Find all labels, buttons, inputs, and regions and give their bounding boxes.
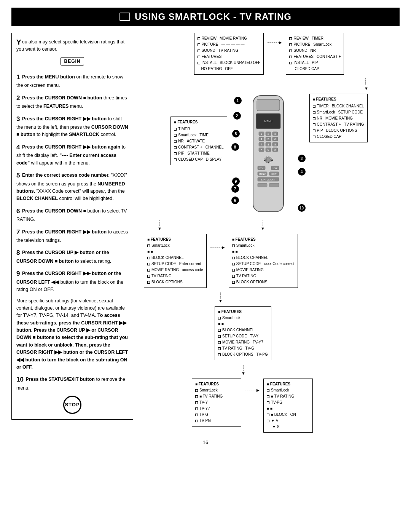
- menu-item: BLOCK OPTIONS: [232, 279, 295, 285]
- menu-item: CONTRAST + CHANNEL: [174, 144, 223, 150]
- bullet: [232, 263, 235, 265]
- bullet: [313, 111, 315, 114]
- menu-box-4: ■ FEATURES TIMER BLOCK CHANNEL SmartLock…: [309, 94, 368, 142]
- menu-item: FEATURES — — — — —: [198, 54, 261, 60]
- menu-item: ■ BLOCK ON: [267, 412, 309, 418]
- menu-item: CONTRAST + TV RATING: [313, 121, 364, 128]
- bullet: [195, 414, 198, 416]
- svg-text:9: 9: [274, 143, 276, 146]
- down-arrow-1: [139, 78, 400, 85]
- begin-button[interactable]: BEGIN: [61, 57, 84, 66]
- step-2: 2 Press the CURSOR DOWN ■ button three t…: [16, 93, 128, 110]
- box7-title: ■ FEATURES: [218, 309, 268, 315]
- bullet: [313, 129, 315, 132]
- svg-rect-48: [269, 183, 279, 187]
- menu-item: BLOCK OPTIONS: [147, 279, 203, 285]
- svg-text:VOL: VOL: [259, 167, 264, 169]
- menu-box-1: REVIEW MOVIE RATING PICTURE — — — — — SO…: [194, 33, 264, 75]
- menu-item: BLOCK CHANNEL: [218, 327, 268, 333]
- bullet: [289, 56, 292, 58]
- bullet: [267, 395, 269, 398]
- down-arrows-row3: ▼: [139, 365, 400, 375]
- step-9-num: 9: [16, 270, 20, 277]
- step-badge-8: 8: [231, 143, 239, 151]
- svg-text:6: 6: [274, 138, 276, 141]
- bullet: [147, 257, 150, 259]
- svg-text:EXIT: EXIT: [271, 173, 277, 175]
- bullet: [289, 43, 292, 46]
- step-badge-4: 4: [298, 168, 306, 176]
- sub-ratings-text: More specific sub-ratings (for violence,…: [16, 297, 128, 371]
- menu-item: TIMER: [174, 126, 223, 132]
- menu-item: ▼ V: [267, 418, 309, 424]
- svg-text:2: 2: [268, 133, 269, 135]
- bullet: [267, 401, 269, 404]
- h-arrow-bottom: ▶: [245, 379, 260, 392]
- remote-row: ■ FEATURES TIMER SmartLock TIME NR: [139, 94, 400, 216]
- tv-icon: [119, 13, 130, 21]
- menu-item: CLOSED CAP: [313, 134, 364, 140]
- step-8-text: Press the CURSOR UP ▶ button or the CURS…: [16, 250, 111, 264]
- stop-icon: STOP: [63, 396, 81, 414]
- menu-item: INSTALL BLOCK UNRATED OFF: [198, 60, 261, 66]
- menu-item: ■ TV RATING: [195, 393, 238, 399]
- bullet: [313, 123, 315, 126]
- step-6-text: Press the CURSOR DOWN ■ button to select…: [16, 208, 127, 222]
- menu-item: ■ ■: [147, 249, 203, 255]
- bullet: [267, 414, 269, 416]
- menu-item: SmartLock: [232, 243, 295, 249]
- step-5: 5 Enter the correct access code number. …: [16, 171, 128, 203]
- bullet: [232, 275, 235, 278]
- step-4-text: Press the CURSOR RIGHT ▶▶ button again t…: [16, 144, 126, 166]
- bullet: [147, 244, 150, 247]
- main-layout: Y ou also may select specific television…: [11, 33, 400, 433]
- bullet: [289, 37, 292, 40]
- page-number: 16: [11, 439, 400, 445]
- svg-text:7: 7: [261, 143, 262, 146]
- remote-svg: MENU 1 2 3 4 5 6: [230, 94, 306, 216]
- step-6-num: 6: [16, 208, 20, 215]
- sub-ratings-body: More specific sub-ratings (for violence,…: [16, 298, 128, 370]
- svg-text:MENU: MENU: [264, 120, 272, 123]
- bullet: [147, 263, 150, 265]
- menu-item: ■ ■: [232, 249, 295, 255]
- svg-text:*: *: [261, 149, 262, 151]
- step-10-text: Press the STATUS/EXIT button to remove t…: [16, 377, 125, 390]
- step-3-num: 3: [16, 115, 20, 123]
- bullet: [174, 158, 177, 161]
- menu-item: TV-Y7: [195, 406, 238, 412]
- remote-control: MENU 1 2 3 4 5 6: [230, 94, 306, 216]
- svg-rect-47: [258, 183, 267, 187]
- h-arrow: ▶: [210, 234, 225, 249]
- menu-item: NR MOVIE RATING: [313, 115, 364, 121]
- menu-item: TV RATING: [147, 273, 203, 279]
- page-header: Using SmartLock - TV Rating: [11, 8, 400, 26]
- menu-item: CLOSED CAP: [289, 66, 341, 72]
- menu-box-6: ■ FEATURES SmartLock ■ ■ BLOCK CHANNEL: [229, 234, 298, 288]
- menu-item: TIMER BLOCK CHANNEL: [313, 103, 364, 109]
- menu-item: SmartLock: [147, 243, 203, 249]
- step-9-text: Press the CURSOR RIGHT ▶▶ button or the …: [16, 271, 123, 292]
- intro-text: Y ou also may select specific television…: [16, 38, 128, 53]
- svg-text:CH: CH: [273, 167, 277, 169]
- bullet: [232, 244, 235, 247]
- menu-box-8-right: ■ FEATURES SmartLock ■ TV RATING TV-PG: [263, 379, 313, 433]
- menu-item: PICTURE — — — — —: [198, 42, 261, 48]
- step-8-num: 8: [16, 249, 20, 256]
- menu-item: TV-PG: [267, 399, 309, 406]
- menu-item: SOUND NR: [289, 48, 341, 54]
- step-2-num: 2: [16, 94, 20, 102]
- menu-box-3: ■ FEATURES TIMER SmartLock TIME NR: [170, 117, 227, 165]
- step-1: 1 Press the MENU button on the remote to…: [16, 72, 128, 89]
- step-5-num: 5: [16, 172, 20, 179]
- bullet: [218, 353, 221, 356]
- bullet: [195, 395, 198, 398]
- step-2-text: Press the CURSOR DOWN ■ button three tim…: [16, 95, 127, 109]
- bullet: [195, 407, 198, 410]
- menu-item: SOUND TV RATING: [198, 48, 261, 54]
- bullet: [218, 347, 221, 350]
- menu-item: REVIEW MOVIE RATING: [198, 35, 261, 42]
- menu-item: NO RATING OFF: [198, 66, 261, 72]
- menu-item: SETUP CODE xxxx Code correct: [232, 261, 295, 267]
- bullet: [289, 62, 292, 64]
